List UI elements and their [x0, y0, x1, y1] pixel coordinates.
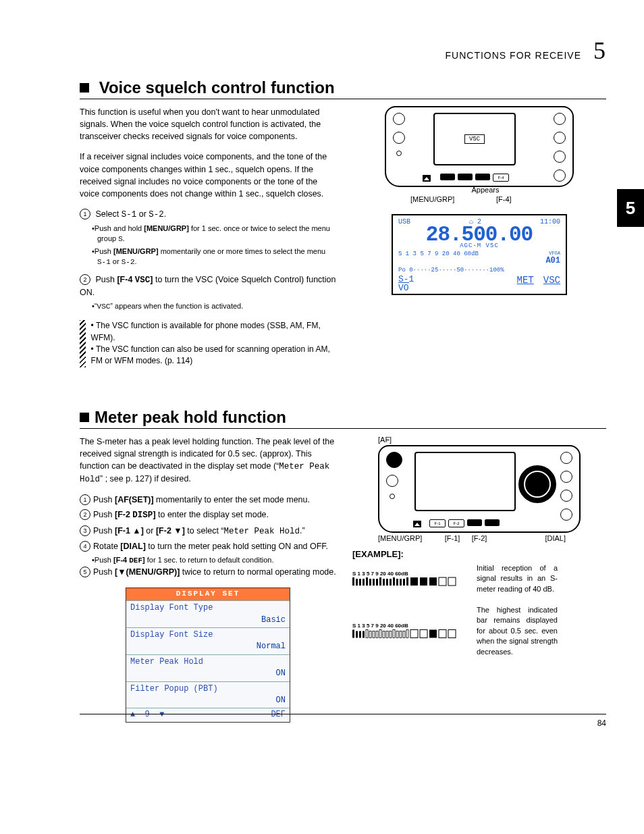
knob-icon: [393, 113, 405, 125]
knob-icon: [554, 151, 566, 163]
mph-step-1: 1Push [AF(SET)] momentarily to enter the…: [80, 494, 336, 506]
svg-rect-14: [396, 579, 398, 585]
vsc-intro-1: This function is useful when you don't w…: [80, 106, 336, 142]
svg-rect-21: [439, 577, 446, 585]
knob-icon: [560, 509, 572, 521]
svg-rect-42: [420, 629, 427, 637]
label-af: [AF]: [378, 436, 606, 444]
svg-rect-6: [369, 579, 371, 585]
svg-text:S  1    3    5    7    9   20 : S 1 3 5 7 9 20 40 60dB: [352, 623, 408, 629]
af-knob-icon: [386, 452, 402, 468]
soft-key-f4: F-4: [493, 174, 509, 182]
lcd-mode: USB: [398, 218, 410, 226]
s-meter-icon-full: S 1 3 5 7 9 20 40 60dB: [352, 563, 467, 594]
vsc-step-2a: •“VSC” appears when the function is acti…: [85, 301, 336, 312]
mph-step-5: 5Push [▼(MENU/GRP)] twice to return to n…: [80, 566, 336, 578]
svg-rect-36: [393, 629, 395, 637]
svg-rect-10: [383, 579, 385, 585]
menu-key-icon: [413, 521, 421, 527]
section-heading: Voice squelch control function: [80, 78, 606, 99]
label-menu-grp: [MENU/GRP]: [385, 195, 488, 203]
svg-rect-7: [373, 579, 375, 585]
radio-screen: [414, 452, 516, 511]
page-number: 84: [597, 719, 606, 728]
heading-text: Meter peak hold function: [95, 408, 286, 426]
vsc-step-1b: •Push [MENU/GRP] momentarily one or more…: [85, 246, 336, 268]
soft-key: [458, 174, 473, 180]
svg-rect-28: [366, 629, 368, 637]
label-dial: [DIAL]: [493, 534, 581, 542]
vsc-intro-2: If a receiver signal includes voice comp…: [80, 151, 336, 200]
svg-rect-18: [410, 577, 418, 585]
svg-rect-24: [352, 629, 354, 637]
section-heading: Meter peak hold function: [80, 408, 606, 429]
mph-text-column: The S-meter has a peak level holding fun…: [80, 436, 336, 723]
svg-rect-17: [406, 577, 408, 585]
heading-text: Voice squelch control function: [99, 78, 335, 97]
dset-title: DISPLAY SET: [126, 588, 290, 600]
lcd-mem: A01: [545, 256, 560, 265]
radio-diagram-mph: F-1 F-2 [MENU/GRP] [F-1] [F-2] [DIAL]: [378, 445, 581, 542]
soft-key-f1: F-1: [429, 519, 446, 527]
mph-step-4: 4Rotate [DIAL] to turn the meter peak ho…: [80, 540, 336, 552]
knob-icon: [560, 490, 572, 502]
running-header: FUNCTIONS FOR RECEIVE 5: [446, 36, 606, 65]
down-icon: ▼: [159, 710, 164, 719]
svg-rect-22: [448, 577, 456, 585]
svg-rect-11: [386, 579, 388, 585]
svg-rect-20: [429, 577, 437, 585]
dset-row: Filter Popup (PBT)ON: [126, 681, 290, 708]
svg-rect-15: [400, 579, 402, 585]
vsc-step-1a: •Push and hold [MENU/GRP] for 1 sec. onc…: [85, 224, 336, 245]
lcd-vfo: VFOA: [545, 251, 560, 256]
svg-rect-12: [390, 579, 392, 585]
svg-rect-35: [390, 631, 392, 637]
vsc-figure-column: VSC F-4 Appears [: [352, 106, 606, 367]
svg-rect-16: [403, 579, 405, 585]
svg-rect-9: [379, 577, 381, 585]
example-text-2: The highest indicated bar remains displa…: [477, 605, 558, 657]
knob-icon: [386, 475, 398, 487]
svg-text:S  1    3    5    7    9   20 : S 1 3 5 7 9 20 40 60dB: [352, 571, 408, 577]
soft-key: [467, 519, 482, 526]
lcd-s1: S-1 VO: [398, 275, 414, 292]
soft-key-f2: F-2: [448, 519, 464, 527]
svg-rect-44: [439, 629, 446, 637]
svg-rect-27: [363, 631, 365, 637]
vsc-badge: VSC: [464, 134, 485, 144]
svg-rect-45: [448, 629, 456, 637]
lcd-met: MET: [517, 275, 534, 292]
s-meter-icon-peak: S 1 3 5 7 9 20 40 60dB: [352, 605, 467, 657]
hatch-icon: [80, 320, 86, 367]
example-heading: [EXAMPLE]:: [352, 549, 606, 559]
label-f1: [F-1]: [439, 534, 466, 542]
mph-step-2: 2Push [F-2 DISP] to enter the display se…: [80, 509, 336, 521]
radio-diagram-vsc: VSC F-4 Appears [: [385, 106, 574, 203]
vsc-notes: • The VSC function is available for phon…: [80, 320, 336, 367]
vsc-step-2: 2 Push [F-4 VSC] to turn the VSC (Voice …: [80, 273, 336, 298]
example-block: [EXAMPLE]: S 1 3 5 7 9 20 40 60dB: [352, 549, 606, 657]
svg-rect-5: [366, 577, 368, 585]
dot-icon: [390, 494, 395, 499]
svg-rect-31: [376, 631, 378, 637]
svg-rect-40: [406, 629, 408, 637]
meter-example-1: S 1 3 5 7 9 20 40 60dB: [352, 563, 606, 594]
svg-rect-26: [359, 631, 361, 637]
svg-rect-3: [359, 579, 361, 585]
knob-icon: [560, 471, 572, 483]
dot-icon: [396, 151, 402, 156]
display-set-table: DISPLAY SET Display Font TypeBasic Displ…: [126, 588, 290, 722]
section-name: FUNCTIONS FOR RECEIVE: [446, 50, 581, 61]
label-menu-grp: [MENU/GRP]: [378, 534, 439, 542]
knob-icon: [554, 132, 566, 144]
chapter-number: 5: [593, 36, 606, 65]
svg-rect-33: [383, 631, 385, 637]
svg-rect-13: [393, 577, 395, 585]
lcd-vsc: VSC: [543, 275, 560, 292]
example-text-1: Initial reception of a signal results in…: [477, 563, 558, 594]
mph-step-4a: •Push [F-4 DEF] for 1 sec. to return to …: [85, 555, 336, 566]
dial-knob-icon: [518, 465, 556, 503]
dset-row: Display Font SizeNormal: [126, 627, 290, 654]
dset-row: Display Font TypeBasic: [126, 600, 290, 627]
mph-figure-column: [AF]: [352, 436, 606, 723]
